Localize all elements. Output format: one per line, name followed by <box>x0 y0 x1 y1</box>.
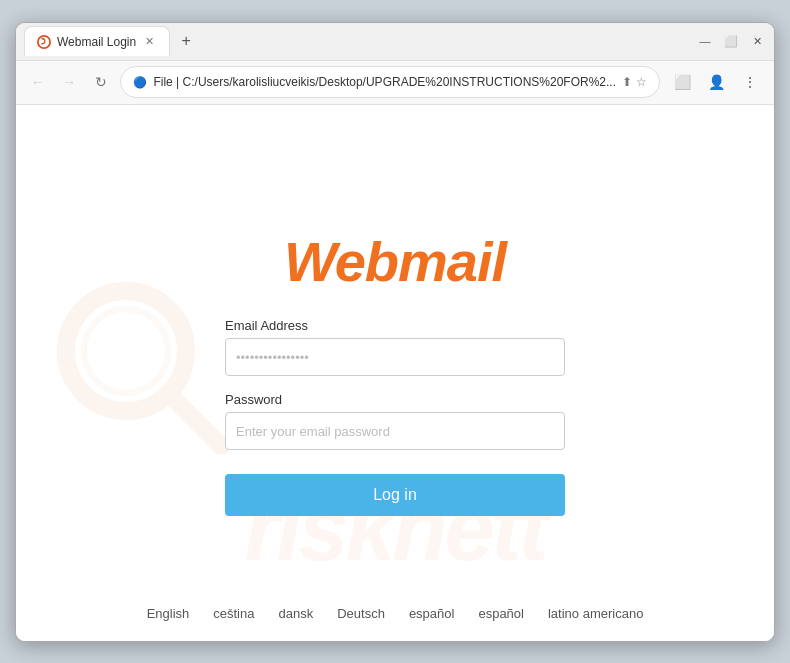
address-bar: ← → ↻ 🔵 File | C:/Users/karolisliucveiki… <box>16 61 774 105</box>
password-group: Password <box>225 392 565 450</box>
watermark-magnifier <box>46 271 246 475</box>
svg-line-2 <box>171 396 221 446</box>
active-tab[interactable]: Webmail Login ✕ <box>24 26 170 56</box>
email-label: Email Address <box>225 318 565 333</box>
title-bar-controls: — ⬜ ✕ <box>696 32 766 50</box>
url-actions: ⬆ ☆ <box>622 75 647 89</box>
reload-button[interactable]: ↻ <box>89 70 112 94</box>
svg-point-0 <box>38 35 50 47</box>
url-text: File | C:/Users/karolisliucveikis/Deskto… <box>153 75 616 89</box>
page-content: risknett Webmail Email Address Password … <box>16 105 774 641</box>
lang-dansk[interactable]: dansk <box>278 606 313 621</box>
tab-title: Webmail Login <box>57 35 136 49</box>
tab-strip: Webmail Login ✕ + <box>24 26 690 56</box>
url-bar[interactable]: 🔵 File | C:/Users/karolisliucveikis/Desk… <box>120 66 660 98</box>
webmail-logo: Webmail <box>284 229 506 294</box>
sidebar-button[interactable]: ⬜ <box>668 68 696 96</box>
close-button[interactable]: ✕ <box>748 32 766 50</box>
tab-favicon <box>37 35 51 49</box>
lang-cestina[interactable]: ceština <box>213 606 254 621</box>
lang-english[interactable]: English <box>147 606 190 621</box>
profile-button[interactable]: 👤 <box>702 68 730 96</box>
minimize-button[interactable]: — <box>696 32 714 50</box>
lang-latino[interactable]: latino americano <box>548 606 643 621</box>
lang-deutsch[interactable]: Deutsch <box>337 606 385 621</box>
browser-window: Webmail Login ✕ + — ⬜ ✕ ← → ↻ 🔵 File | C… <box>15 22 775 642</box>
file-icon: 🔵 <box>133 76 147 89</box>
lang-espanol1[interactable]: español <box>409 606 455 621</box>
lang-espanol2[interactable]: español <box>478 606 524 621</box>
toolbar-right: ⬜ 👤 ⋮ <box>668 68 764 96</box>
restore-button[interactable]: ⬜ <box>722 32 740 50</box>
password-label: Password <box>225 392 565 407</box>
language-bar: English ceština dansk Deutsch español es… <box>16 606 774 621</box>
login-button[interactable]: Log in <box>225 474 565 516</box>
bookmark-icon[interactable]: ☆ <box>636 75 647 89</box>
email-group: Email Address <box>225 318 565 376</box>
share-icon[interactable]: ⬆ <box>622 75 632 89</box>
title-bar: Webmail Login ✕ + — ⬜ ✕ <box>16 23 774 61</box>
svg-point-1 <box>66 291 186 411</box>
svg-point-3 <box>84 309 168 393</box>
menu-button[interactable]: ⋮ <box>736 68 764 96</box>
password-input[interactable] <box>225 412 565 450</box>
new-tab-button[interactable]: + <box>174 29 198 53</box>
email-input[interactable] <box>225 338 565 376</box>
back-button[interactable]: ← <box>26 70 49 94</box>
login-container: Webmail Email Address Password Log in <box>225 229 565 516</box>
tab-close-button[interactable]: ✕ <box>142 34 157 49</box>
forward-button[interactable]: → <box>57 70 80 94</box>
